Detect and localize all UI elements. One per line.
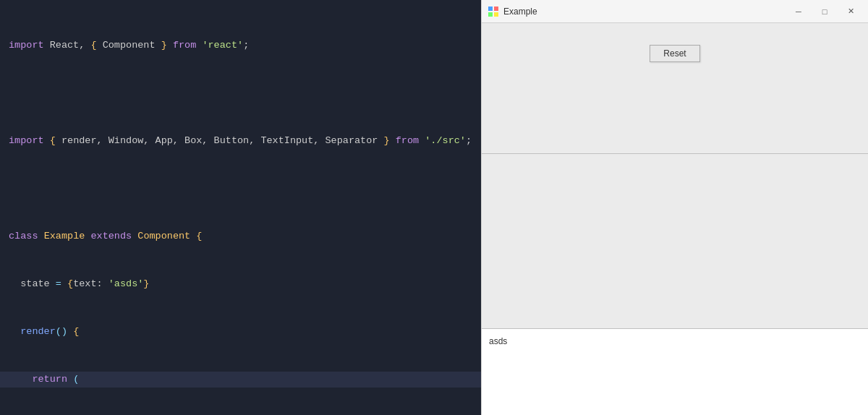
window-panel: Example ─ □ ✕ Reset asds (481, 0, 868, 415)
code-line-5: class Example extends Component { (0, 228, 481, 244)
separator-line (482, 153, 868, 154)
text-input-area[interactable]: asds (482, 328, 868, 415)
code-line-7: render() { (0, 324, 481, 340)
code-line-4 (0, 181, 481, 197)
svg-rect-2 (488, 12, 493, 17)
svg-rect-3 (494, 12, 498, 17)
svg-rect-1 (494, 7, 498, 11)
minimize-button[interactable]: ─ (787, 4, 810, 20)
code-line-8: return ( (0, 372, 481, 388)
window-title: Example (503, 7, 787, 17)
text-input-value: asds (489, 336, 507, 346)
code-line-1: import React, { Component } from 'react'… (0, 38, 481, 54)
window-controls: ─ □ ✕ (787, 4, 862, 20)
reset-button[interactable]: Reset (650, 45, 699, 62)
titlebar: Example ─ □ ✕ (482, 0, 868, 23)
window-app-icon (488, 6, 499, 17)
close-button[interactable]: ✕ (839, 4, 862, 20)
code-content: import React, { Component } from 'react'… (0, 0, 481, 415)
maximize-button[interactable]: □ (813, 4, 836, 20)
code-line-2 (0, 85, 481, 101)
svg-rect-0 (488, 7, 493, 11)
code-editor: import React, { Component } from 'react'… (0, 0, 481, 415)
code-line-3: import { render, Window, App, Box, Butto… (0, 133, 481, 149)
window-body: Reset asds (482, 23, 868, 415)
code-line-6: state = {text: 'asds'} (0, 276, 481, 292)
